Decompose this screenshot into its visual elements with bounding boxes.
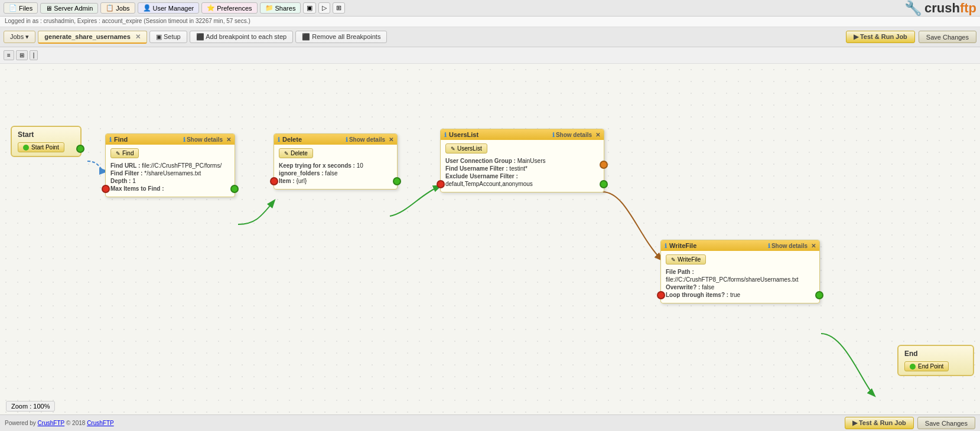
files-nav-btn[interactable]: 📄 Files (4, 2, 38, 14)
writefile-field-overwrite-val: false (702, 284, 714, 290)
writefile-field-loop-name: Loop through items? : (666, 292, 728, 298)
bottom-bar: Powered by CrushFTP © 2018 CrushFTP ▶ Te… (0, 414, 980, 431)
preferences-label: Preferences (217, 5, 252, 12)
extra-btn2[interactable]: ▷ (318, 2, 330, 14)
session-bar: Logged in as : crushadmin, Expires : acc… (0, 17, 980, 27)
jobs-nav-btn[interactable]: 📋 Jobs (100, 2, 135, 14)
save-changes-btn-top[interactable]: Save Changes (919, 31, 976, 43)
find-field-url: Find URL : file://C:/CrushFTP8_PC/forms/ (110, 162, 230, 169)
user-manager-label: User Manager (153, 5, 194, 12)
find-node: ℹ Find ℹ Show details ✕ ✎ Find Find URL … (105, 133, 235, 197)
writefile-red-dot (657, 291, 665, 299)
delete-header: ℹ Delete ℹ Show details ✕ (274, 134, 397, 145)
find-close-btn[interactable]: ✕ (226, 136, 231, 143)
find-field-filter-name: Find Filter : (110, 170, 142, 177)
shares-btn[interactable]: 📁 Shares (260, 2, 301, 14)
end-point-btn[interactable]: End Point (904, 361, 949, 371)
powered-by-text: Powered by (5, 420, 36, 426)
delete-body: ✎ Delete Keep trying for x seconds : 10 … (274, 145, 397, 189)
test-run-btn-top[interactable]: ▶ Test & Run Job (846, 31, 915, 43)
server-admin-btn[interactable]: 🖥 Server Admin (40, 3, 98, 14)
find-red-dot (102, 185, 110, 193)
save-changes-btn-bottom[interactable]: Save Changes (917, 417, 975, 429)
tab-close-icon[interactable]: ✕ (135, 33, 141, 40)
writefile-label-btn[interactable]: ✎ WriteFile (666, 254, 706, 265)
active-job-tab[interactable]: generate_share_usernames ✕ (38, 31, 147, 44)
writefile-field-path: File Path : (666, 269, 815, 275)
start-point-btn[interactable]: Start Point (18, 142, 64, 152)
writefile-field-path-name: File Path : (666, 269, 694, 275)
delete-close-btn[interactable]: ✕ (389, 136, 393, 143)
find-body: ✎ Find Find URL : file://C:/CrushFTP8_PC… (106, 145, 235, 197)
delete-field-ignore: ignore_folders : false (279, 170, 392, 177)
find-field-max: Max Items to Find : (110, 185, 230, 192)
delete-green-dot (393, 177, 401, 185)
userslist-field-exclude-val: default,TempAccount,anonymous (445, 181, 599, 187)
userslist-btn-label: UsersList (457, 145, 482, 152)
shares-label: Shares (275, 5, 296, 12)
writefile-field-path-val: file://C:/CrushFTP8_PC/forms/shareUserna… (666, 276, 815, 283)
find-show-details[interactable]: ℹ Show details (183, 136, 223, 143)
delete-show-details[interactable]: ℹ Show details (346, 136, 385, 143)
divider-btn[interactable]: | (30, 50, 38, 60)
userslist-header: ℹ UsersList ℹ Show details ✕ (441, 129, 604, 140)
delete-field-ignore-val: false (325, 170, 337, 177)
delete-red-dot (270, 177, 278, 185)
userslist-field-exclude-name: Exclude Username Filter : (445, 173, 518, 179)
shares-icon: 📁 (265, 4, 274, 12)
writefile-show-details[interactable]: ℹ Show details (768, 243, 808, 249)
start-title: Start (18, 130, 74, 139)
test-run-label-bottom: Test & Run Job (859, 419, 906, 426)
userslist-field-group-val: MainUsers (517, 158, 546, 164)
copyright-text: © 2018 (66, 420, 85, 426)
remove-bp-icon: ⬛ (302, 33, 312, 40)
start-dot (23, 145, 29, 151)
add-breakpoint-btn[interactable]: ⬛ Add breakpoint to each step (190, 31, 293, 43)
server-admin-label: Server Admin (54, 5, 93, 12)
remove-breakpoints-btn[interactable]: ⬛ Remove all Breakpoints (295, 31, 387, 43)
preferences-btn[interactable]: ⭐ Preferences (201, 2, 257, 14)
test-run-btn-bottom[interactable]: ▶ Test & Run Job (845, 417, 914, 429)
extra-btn3[interactable]: ⊞ (333, 2, 345, 14)
logo-area: 🔧 crushftp (904, 0, 976, 17)
user-manager-btn[interactable]: 👤 User Manager (138, 2, 200, 14)
add-breakpoint-label: Add breakpoint to each step (206, 33, 286, 40)
crushftp-link2[interactable]: CrushFTP (87, 420, 114, 426)
writefile-field-loop-val: true (730, 292, 740, 298)
find-header: ℹ Find ℹ Show details ✕ (106, 134, 235, 145)
writefile-green-dot (815, 291, 823, 299)
delete-label-btn[interactable]: ✎ Delete (279, 148, 313, 158)
writefile-body: ✎ WriteFile File Path : file://C:/CrushF… (661, 251, 819, 303)
writefile-show-details-icon: ℹ (768, 243, 770, 249)
extra-btn1[interactable]: ▣ (303, 2, 316, 14)
writefile-field-path-value: file://C:/CrushFTP8_PC/forms/shareUserna… (666, 276, 799, 283)
find-label-btn[interactable]: ✎ Find (110, 148, 139, 158)
setup-btn[interactable]: ▣ Setup (149, 31, 187, 43)
delete-field-keep-name: Keep trying for x seconds : (279, 162, 355, 169)
find-field-depth-name: Depth : (110, 178, 131, 184)
writefile-show-details-label: Show details (771, 243, 808, 249)
userslist-field-find: Find Username Filter : testint* (445, 165, 599, 172)
jobs-dropdown-btn[interactable]: Jobs ▾ (4, 31, 35, 43)
find-pencil-icon: ✎ (116, 151, 121, 156)
writefile-btn-label: WriteFile (678, 256, 701, 263)
active-job-name: generate_share_usernames (44, 33, 131, 40)
userslist-orange-dot (600, 161, 608, 169)
jobs-icon: 📋 (106, 4, 114, 12)
find-field-url-name: Find URL : (110, 162, 140, 169)
userslist-label-btn[interactable]: ✎ UsersList (445, 143, 487, 154)
writefile-close-btn[interactable]: ✕ (811, 243, 816, 249)
list-view-btn[interactable]: ≡ (4, 50, 14, 60)
delete-title: Delete (282, 136, 302, 143)
find-field-depth: Depth : 1 (110, 178, 230, 184)
crushftp-link1[interactable]: CrushFTP (38, 420, 65, 426)
grid-view-btn[interactable]: ⊞ (16, 50, 28, 60)
top-nav: 📄 Files 🖥 Server Admin 📋 Jobs 👤 User Man… (0, 0, 980, 17)
find-show-details-icon: ℹ (183, 136, 185, 143)
userslist-field-exclude: Exclude Username Filter : (445, 173, 599, 179)
userslist-show-details[interactable]: ℹ Show details (552, 132, 592, 138)
userslist-green-dot (600, 180, 608, 188)
userslist-close-btn[interactable]: ✕ (595, 132, 600, 138)
end-point-label: End Point (918, 363, 943, 370)
userslist-info-icon: ℹ (444, 132, 447, 138)
